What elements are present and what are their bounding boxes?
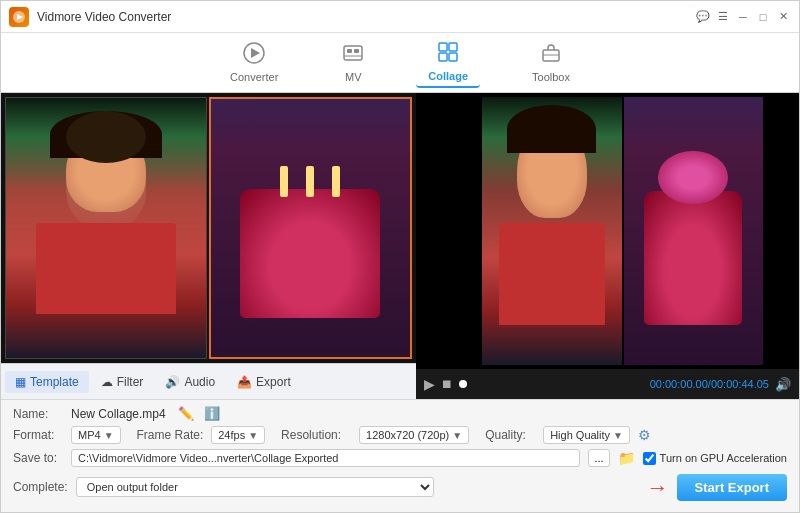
tab-collage[interactable]: Collage	[416, 37, 480, 88]
main-content: ⊞ ⊞	[1, 93, 799, 399]
quality-gear-icon[interactable]: ⚙	[638, 427, 651, 443]
format-label: Format:	[13, 428, 63, 442]
framerate-arrow: ▼	[248, 430, 258, 441]
svg-rect-9	[449, 43, 457, 51]
template-label: Template	[30, 375, 79, 389]
tab-export[interactable]: 📤 Export	[227, 371, 301, 393]
svg-rect-4	[344, 46, 362, 60]
converter-icon	[243, 42, 265, 69]
audio-icon: 🔊	[165, 375, 180, 389]
gpu-checkbox-wrap: Turn on GPU Acceleration	[643, 452, 787, 465]
format-arrow: ▼	[104, 430, 114, 441]
tab-filter[interactable]: ☁ Filter	[91, 371, 154, 393]
resolution-dropdown[interactable]: 1280x720 (720p) ▼	[359, 426, 469, 444]
gpu-label: Turn on GPU Acceleration	[660, 452, 787, 464]
format-dropdown[interactable]: MP4 ▼	[71, 426, 121, 444]
open-folder-btn[interactable]: 📁	[618, 450, 635, 466]
format-value: MP4	[78, 429, 101, 441]
resolution-arrow: ▼	[452, 430, 462, 441]
time-total: 00:00:44.05	[711, 378, 769, 390]
chat-btn[interactable]: 💬	[695, 9, 711, 25]
svg-rect-10	[439, 53, 447, 61]
tab-mv[interactable]: MV	[330, 38, 376, 87]
gpu-checkbox[interactable]	[643, 452, 656, 465]
saveto-label: Save to:	[13, 451, 63, 465]
toolbox-label: Toolbox	[532, 71, 570, 83]
info-icon[interactable]: ℹ️	[204, 406, 220, 421]
framerate-label: Frame Rate:	[137, 428, 204, 442]
bottom-panel: Name: New Collage.mp4 ✏️ ℹ️ Format: MP4 …	[1, 399, 799, 512]
template-icon: ▦	[15, 375, 26, 389]
svg-marker-3	[251, 48, 260, 58]
svg-rect-5	[347, 49, 352, 53]
saveto-dots-btn[interactable]: ...	[588, 449, 609, 467]
name-value: New Collage.mp4	[71, 407, 166, 421]
preview-black-right	[765, 97, 795, 365]
tab-template[interactable]: ▦ Template	[5, 371, 89, 393]
svg-rect-11	[449, 53, 457, 61]
name-label: Name:	[13, 407, 63, 421]
preview-area	[416, 93, 799, 369]
right-panel: ▶ ⏹ 00:00:00.00/00:00:44.05 🔊	[416, 93, 799, 399]
framerate-dropdown[interactable]: 24fps ▼	[211, 426, 265, 444]
saveto-path[interactable]: C:\Vidmore\Vidmore Video...nverter\Colla…	[71, 449, 580, 467]
filter-icon: ☁	[101, 375, 113, 389]
quality-value: High Quality	[550, 429, 610, 441]
mv-icon	[342, 42, 364, 69]
audio-label: Audio	[184, 375, 215, 389]
complete-label: Complete:	[13, 480, 68, 494]
saveto-row: Save to: C:\Vidmore\Vidmore Video...nver…	[13, 449, 787, 467]
stop-btn[interactable]: ⏹	[441, 377, 453, 391]
preview-controls: ▶ ⏹ 00:00:00.00/00:00:44.05 🔊	[416, 369, 799, 399]
resolution-label: Resolution:	[281, 428, 351, 442]
complete-export-row: Complete: Open output folder → Start Exp…	[13, 472, 787, 501]
progress-indicator	[459, 380, 467, 388]
filter-label: Filter	[117, 375, 144, 389]
video-clips-area: ⊞ ⊞	[1, 93, 416, 363]
app-title: Vidmore Video Converter	[37, 10, 695, 24]
app-window: Vidmore Video Converter 💬 ☰ ─ □ ✕ Conver…	[0, 0, 800, 513]
volume-btn[interactable]: 🔊	[775, 377, 791, 392]
resolution-value: 1280x720 (720p)	[366, 429, 449, 441]
complete-dropdown[interactable]: Open output folder	[76, 477, 435, 497]
minimize-btn[interactable]: ─	[735, 9, 751, 25]
video-clip-1[interactable]: ⊞	[5, 97, 207, 359]
mv-label: MV	[345, 71, 362, 83]
export-icon: 📤	[237, 375, 252, 389]
tab-converter[interactable]: Converter	[218, 38, 290, 87]
left-panel: ⊞ ⊞	[1, 93, 416, 399]
window-controls: 💬 ☰ ─ □ ✕	[695, 9, 791, 25]
tab-toolbox[interactable]: Toolbox	[520, 38, 582, 87]
name-row: Name: New Collage.mp4 ✏️ ℹ️	[13, 406, 787, 421]
quality-label: Quality:	[485, 428, 535, 442]
menu-btn[interactable]: ☰	[715, 9, 731, 25]
collage-label: Collage	[428, 70, 468, 82]
export-arrow-icon: →	[647, 475, 669, 501]
svg-rect-8	[439, 43, 447, 51]
app-icon	[9, 7, 29, 27]
quality-arrow: ▼	[613, 430, 623, 441]
title-bar: Vidmore Video Converter 💬 ☰ ─ □ ✕	[1, 1, 799, 33]
toolbox-icon	[540, 42, 562, 69]
preview-clip-cake	[624, 97, 764, 365]
time-current: 00:00:00.00	[650, 378, 708, 390]
time-display: 00:00:00.00/00:00:44.05	[650, 378, 769, 390]
preview-black-left	[420, 97, 480, 365]
framerate-value: 24fps	[218, 429, 245, 441]
svg-rect-6	[354, 49, 359, 53]
collage-icon	[437, 41, 459, 68]
format-row: Format: MP4 ▼ Frame Rate: 24fps ▼ Resolu…	[13, 426, 787, 444]
play-btn[interactable]: ▶	[424, 376, 435, 392]
preview-clip-person	[482, 97, 622, 365]
quality-dropdown[interactable]: High Quality ▼	[543, 426, 630, 444]
maximize-btn[interactable]: □	[755, 9, 771, 25]
left-tabs: ▦ Template ☁ Filter 🔊 Audio 📤 Export	[1, 363, 416, 399]
close-btn[interactable]: ✕	[775, 9, 791, 25]
tab-audio[interactable]: 🔊 Audio	[155, 371, 225, 393]
export-label: Export	[256, 375, 291, 389]
edit-name-icon[interactable]: ✏️	[178, 406, 194, 421]
video-clip-2[interactable]: ⊞	[209, 97, 413, 359]
nav-bar: Converter MV Col	[1, 33, 799, 93]
start-export-btn[interactable]: Start Export	[677, 474, 787, 501]
converter-label: Converter	[230, 71, 278, 83]
